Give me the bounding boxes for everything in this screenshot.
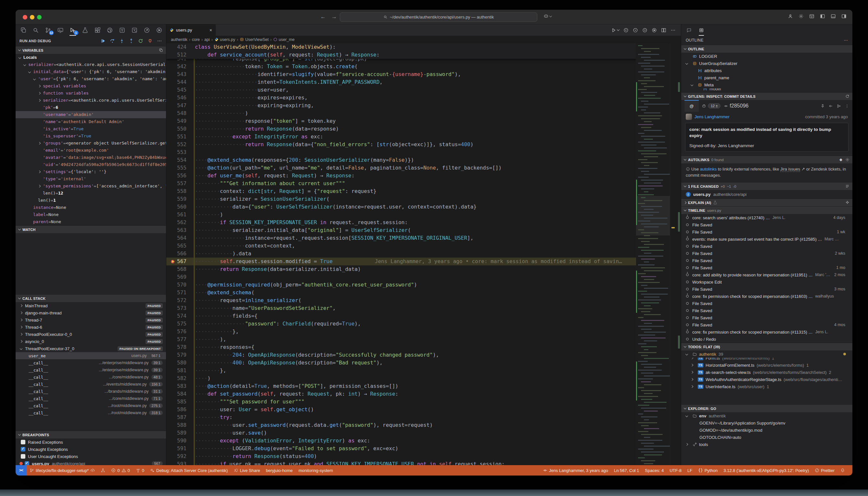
split-editor-button[interactable]	[661, 28, 666, 33]
code-line[interactable]: 572········request=inline_serializer(	[166, 297, 636, 304]
timeline-item[interactable]: Undo / Redo	[681, 336, 852, 343]
timeline-item[interactable]: File Saved	[681, 307, 852, 314]
code-line[interactable]: 569	[166, 273, 636, 281]
pin-icon[interactable]	[821, 104, 825, 108]
line-number[interactable]: 575	[166, 320, 195, 328]
code-line[interactable]: 547····················expiring=expiring…	[166, 102, 636, 109]
close-tab-icon[interactable]: ×	[210, 28, 212, 33]
outline-section-header[interactable]: OUTLINE	[681, 45, 852, 52]
code-line[interactable]: 581········},	[166, 367, 636, 374]
code-line[interactable]: 542················token: Token = Token.…	[166, 63, 636, 71]
timeline-item[interactable]: File Saved4 mos	[681, 321, 852, 328]
go-env-var[interactable]: GOENV=~/Library/Application Support/go/e…	[681, 419, 852, 427]
code-line[interactable]: 589············user.save()	[166, 429, 636, 437]
stack-frame-row[interactable]: __call__.../root/middleware.py275:1	[16, 402, 166, 409]
timeline-item[interactable]: File Saved2 wks	[681, 250, 852, 257]
go-env-row[interactable]: envauthentik	[681, 412, 852, 419]
code-line[interactable]: 544····················intent=TokenInten…	[166, 78, 636, 86]
variables-section-header[interactable]: VARIABLES	[16, 46, 166, 54]
code-line[interactable]: 580············400: OpenApiResponse(desc…	[166, 359, 636, 367]
stack-frame-row[interactable]: __call__.../core/middleware.py48:1	[16, 374, 166, 381]
code-line[interactable]: 546····················expires=expires,	[166, 94, 636, 102]
status-cursor-position[interactable]: Ln 567, Col 1	[611, 465, 642, 476]
code-line[interactable]: 556····def user_me(self, request: Reques…	[166, 172, 636, 180]
status-blame[interactable]: Jens Langhammer, 3 years ago	[540, 465, 611, 476]
code-line[interactable]: 568········return Response(data=serializ…	[166, 265, 636, 273]
code-line[interactable]: 588············user.set_password(request…	[166, 421, 636, 429]
toggle-panel-icon[interactable]	[831, 14, 836, 19]
kebab-menu-icon[interactable]	[845, 104, 849, 108]
toggle-secondary-sidebar-icon[interactable]	[841, 14, 847, 19]
line-number[interactable]: 512	[166, 51, 195, 59]
code-line[interactable]: 591············LOGGER.debug(event="Faile…	[166, 445, 636, 452]
code-line[interactable]: 554····@extend_schema(responses={200: Se…	[166, 156, 636, 164]
activity-source-control[interactable]: 12	[45, 25, 51, 36]
explain-ai-section-header[interactable]: EXPLAIN (AI)	[681, 199, 852, 206]
line-number[interactable]: 559	[166, 195, 195, 203]
timeline-item[interactable]: core: add ability to provide reason for …	[681, 271, 852, 278]
todo-file-row[interactable]: TSHorizontalFormElement.ts(web/src/eleme…	[681, 361, 852, 369]
thread-row[interactable]: ThreadPoolExecutor-37_0PAUSED ON BREAKPO…	[16, 345, 166, 352]
breakpoint-row[interactable]: Raised Exceptions	[16, 438, 166, 446]
code-line[interactable]: 558········context: dict[str, Request] =…	[166, 187, 636, 195]
toggle-primary-sidebar-icon[interactable]	[820, 14, 825, 19]
variable-row[interactable]: 'avatar' = 'data:image/svg+xml;base64,PH…	[16, 154, 166, 161]
variable-row[interactable]: 'groups' = <generator object UserSelfSer…	[16, 140, 166, 147]
step-into-button[interactable]	[119, 38, 124, 44]
stack-frame-row[interactable]: user_meusers.py567:1	[16, 352, 166, 359]
step-out-button[interactable]	[129, 38, 134, 44]
code-pane[interactable]: 541············response["group_pk"] = st…	[166, 43, 636, 465]
line-number[interactable]: 547	[166, 102, 195, 109]
watch-section-header[interactable]: WATCH	[16, 226, 166, 233]
commit-graph-icon[interactable]	[837, 104, 841, 108]
line-number[interactable]: 552	[166, 141, 195, 149]
variable-row[interactable]: 'is_superuser' = True	[16, 133, 166, 140]
timeline-item[interactable]: events: make sure password set event has…	[681, 235, 852, 243]
line-number[interactable]: 585	[166, 398, 195, 406]
status-problems[interactable]: 00	[108, 465, 133, 476]
line-number[interactable]: 565	[166, 242, 195, 250]
activity-runner[interactable]	[156, 25, 162, 36]
activity-live-share[interactable]	[143, 25, 150, 36]
line-number[interactable]: 558	[166, 187, 195, 195]
thread-row[interactable]: asyncio_0PAUSED	[16, 338, 166, 345]
line-number[interactable]: 560	[166, 203, 195, 211]
code-line[interactable]: 587········try:	[166, 414, 636, 421]
line-number[interactable]: 590	[166, 437, 195, 445]
settings-gear-icon[interactable]	[799, 14, 804, 19]
customize-layout-icon[interactable]	[809, 14, 815, 19]
status-gitlens-compare[interactable]	[98, 465, 108, 476]
breadcrumb-item[interactable]: user_me	[273, 37, 295, 42]
status-monitoring-system[interactable]: monitoring-system	[296, 465, 336, 476]
line-number[interactable]: 424	[166, 43, 195, 51]
disconnect-button[interactable]	[148, 38, 153, 44]
code-line[interactable]: 512 def service_account(self, request: R…	[166, 51, 636, 59]
breakpoint-checkbox[interactable]	[21, 440, 25, 444]
breakpoint-row[interactable]: Uncaught Exceptions	[16, 446, 166, 453]
titlebar[interactable]: ← → ~/dev/authentik/authentik/core/api/u…	[16, 10, 852, 25]
call-stack-section-header[interactable]: CALL STACK	[16, 294, 166, 302]
stack-frame-row[interactable]: __call__.../enterprise/middleware.py39:1	[16, 367, 166, 374]
code-line[interactable]: 585········"""Set password for user"""	[166, 398, 636, 406]
status-ports[interactable]: 0	[133, 465, 147, 476]
line-number[interactable]: 563	[166, 227, 195, 234]
status-indentation[interactable]: Spaces: 4	[642, 465, 667, 476]
breakpoint-checkbox[interactable]	[25, 461, 29, 465]
code-line[interactable]: 563············serializer.initial_data["…	[166, 227, 636, 234]
go-tools-row[interactable]: tools	[681, 441, 852, 448]
zoom-window-button[interactable]	[37, 15, 42, 19]
variable-row[interactable]: serializer = <authentik.core.api.users.S…	[16, 61, 166, 68]
code-line[interactable]: 570····@permission_required(obj_perm="au…	[166, 281, 636, 289]
breadcrumb-item[interactable]: core	[192, 37, 200, 42]
activity-remote-explorer[interactable]	[57, 25, 64, 36]
code-line[interactable]: 562········if SESSION_KEY_IMPERSONATE_US…	[166, 219, 636, 227]
line-number[interactable]: 556	[166, 172, 195, 180]
timeline-item[interactable]: core: fix permission check for scoped im…	[681, 293, 852, 300]
activity-extensions[interactable]	[94, 25, 101, 36]
breadcrumb-item[interactable]: users.py	[214, 37, 235, 42]
explorer-go-section-header[interactable]: EXPLORER: GO	[681, 404, 852, 412]
run-python-file-button[interactable]	[611, 28, 619, 33]
timeline-item[interactable]: Workspace Edit	[681, 278, 852, 285]
code-line[interactable]: 552················return Response(data=…	[166, 141, 636, 149]
code-line[interactable]: 559········serializer = SessionUserSeria…	[166, 195, 636, 203]
